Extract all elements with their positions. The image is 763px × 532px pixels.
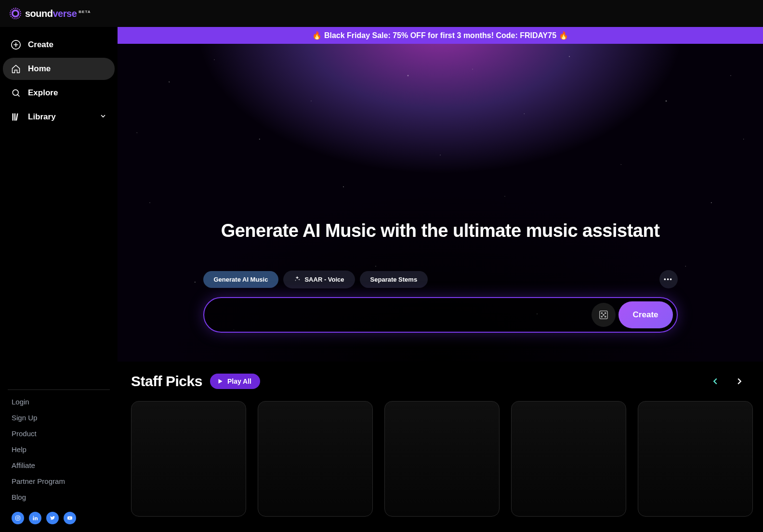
mode-chips: Generate AI Music SAAR - Voice Separate … <box>203 270 678 288</box>
staff-picks-cards <box>131 401 750 517</box>
play-icon <box>217 378 224 385</box>
svg-point-6 <box>17 517 19 519</box>
svg-point-14 <box>601 316 602 317</box>
svg-point-13 <box>603 314 604 315</box>
svg-point-7 <box>19 517 19 517</box>
chip-generate-ai-music[interactable]: Generate AI Music <box>203 271 279 288</box>
play-all-label: Play All <box>227 377 251 385</box>
chevron-down-icon <box>99 112 107 122</box>
hero-section: Generate AI Music with the ultimate musi… <box>118 44 763 362</box>
staff-pick-card[interactable] <box>131 401 246 517</box>
section-header: Staff Picks Play All <box>131 373 750 389</box>
search-icon <box>11 88 21 98</box>
staff-picks-section: Staff Picks Play All <box>118 362 763 532</box>
carousel-nav <box>710 376 750 387</box>
sidebar-link-login[interactable]: Login <box>3 394 115 410</box>
svg-rect-3 <box>14 114 16 121</box>
sidebar-link-help[interactable]: Help <box>3 441 115 457</box>
ellipsis-icon: ••• <box>664 276 673 283</box>
staff-pick-card[interactable] <box>384 401 500 517</box>
sidebar-item-create[interactable]: Create <box>3 34 115 56</box>
svg-rect-8 <box>33 518 34 520</box>
sidebar-link-product[interactable]: Product <box>3 426 115 441</box>
sidebar-divider <box>8 389 110 390</box>
sidebar-link-partner[interactable]: Partner Program <box>3 473 115 489</box>
sidebar-link-signup[interactable]: Sign Up <box>3 410 115 426</box>
carousel-prev-button[interactable] <box>710 376 721 387</box>
svg-point-15 <box>605 316 605 317</box>
plus-circle-icon <box>11 39 21 50</box>
logo-icon <box>10 8 21 19</box>
svg-point-1 <box>13 90 18 95</box>
sidebar-link-affiliate[interactable]: Affiliate <box>3 457 115 473</box>
main-content[interactable]: 🔥 Black Friday Sale: 75% OFF for first 3… <box>118 27 763 532</box>
logo[interactable]: soundverseBETA <box>10 8 91 19</box>
section-title: Staff Picks <box>131 373 202 389</box>
logo-text: soundverseBETA <box>25 8 91 19</box>
chip-label: Generate AI Music <box>214 276 268 283</box>
chevron-right-icon <box>734 376 745 387</box>
linkedin-icon[interactable] <box>29 512 41 524</box>
hero-title: Generate AI Music with the ultimate musi… <box>221 221 660 241</box>
staff-pick-card[interactable] <box>258 401 373 517</box>
library-icon <box>11 112 21 122</box>
social-links <box>3 505 115 526</box>
svg-rect-2 <box>13 114 14 121</box>
more-chips-button[interactable]: ••• <box>659 270 678 288</box>
staff-pick-card[interactable] <box>638 401 753 517</box>
create-button[interactable]: Create <box>618 301 673 328</box>
chip-label: Separate Stems <box>370 276 418 283</box>
svg-point-9 <box>33 516 34 517</box>
chip-saar-voice[interactable]: SAAR - Voice <box>283 271 355 288</box>
play-all-button[interactable]: Play All <box>210 374 260 389</box>
sidebar-item-label: Home <box>28 64 51 74</box>
prompt-box: Create <box>203 297 678 333</box>
topbar: soundverseBETA <box>0 0 763 27</box>
logo-text-part1: sound <box>25 8 53 19</box>
instagram-icon[interactable] <box>12 512 24 524</box>
sidebar-item-home[interactable]: Home <box>3 58 115 80</box>
sidebar-link-blog[interactable]: Blog <box>3 489 115 505</box>
logo-text-part2: verse <box>53 8 77 19</box>
prompt-input[interactable] <box>219 311 592 319</box>
chip-label: SAAR - Voice <box>304 276 344 283</box>
sidebar-item-explore[interactable]: Explore <box>3 82 115 104</box>
logo-beta-badge: BETA <box>79 10 91 14</box>
sidebar-item-label: Create <box>28 40 53 50</box>
svg-rect-4 <box>16 113 18 120</box>
sidebar: Create Home Explore Library Login <box>0 27 118 532</box>
youtube-icon[interactable] <box>64 512 76 524</box>
svg-point-12 <box>605 312 605 313</box>
twitter-icon[interactable] <box>46 512 59 524</box>
dice-icon <box>598 310 609 320</box>
staff-pick-card[interactable] <box>511 401 626 517</box>
sidebar-item-label: Library <box>28 112 56 122</box>
chip-separate-stems[interactable]: Separate Stems <box>360 271 428 288</box>
carousel-next-button[interactable] <box>734 376 745 387</box>
random-prompt-button[interactable] <box>592 303 616 327</box>
sidebar-item-label: Explore <box>28 88 58 98</box>
home-icon <box>11 64 21 74</box>
svg-point-11 <box>601 312 602 313</box>
sidebar-item-library[interactable]: Library <box>3 106 115 128</box>
promo-banner[interactable]: 🔥 Black Friday Sale: 75% OFF for first 3… <box>118 27 763 44</box>
chevron-left-icon <box>710 376 721 387</box>
sparkle-icon <box>294 275 301 284</box>
